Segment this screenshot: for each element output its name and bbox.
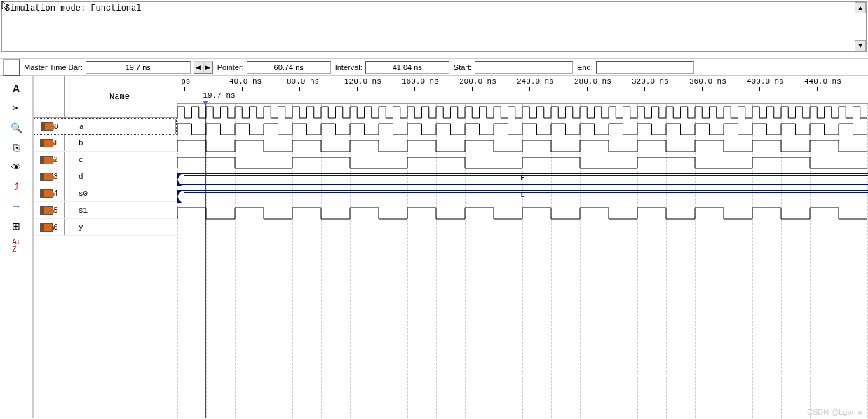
interval-value: 41.04 ns [365,61,449,74]
wave-d[interactable] [177,154,868,171]
message-text: Simulation mode: Functional [2,2,866,15]
master-time-bar-label: Master Time Bar: [24,63,83,72]
ruler-tick: 160.0 ns [402,77,439,86]
end-label: End: [577,63,593,72]
waveform-area[interactable]: 0 ps40.0 ns80.0 ns120.0 ns160.0 ns200.0 … [177,76,868,418]
wave-a[interactable] [177,104,868,121]
start-value [475,61,573,74]
wave-b[interactable] [177,121,868,138]
signal-index: 0 [34,119,65,134]
signal-name: s0 [65,185,175,201]
scroll-down-icon[interactable]: ▼ [855,40,866,51]
wave-s0[interactable]: H [177,171,868,188]
signal-index: 4 [34,185,65,201]
marker-label: 19.7 ns [203,91,235,100]
ruler-tick: 120.0 ns [344,77,381,86]
interval-label: Interval: [335,63,362,72]
watermark: CSDN @Lgeme [807,408,862,416]
ruler-tick: 40.0 ns [229,77,262,86]
signal-row-s0[interactable]: 4s0 [34,185,177,202]
arrow-tool-icon[interactable]: → [8,198,25,215]
master-inc-button[interactable]: ▶ [203,61,213,74]
signal-name: a [65,119,176,134]
find-tool-icon[interactable]: 👁 [8,159,25,175]
signal-index: 5 [34,202,65,218]
pointer-value: 60.74 ns [247,61,331,74]
signals-pane: Name 0a1b2c3d4s05s16y 0 ps40.0 ns80.0 ns… [34,76,868,418]
ruler-tick: 360.0 ns [689,77,726,86]
group-tool-icon[interactable]: ⊞ [8,218,25,234]
scroll-up-icon[interactable]: ▲ [855,2,866,13]
ruler-tick: 0 ps [177,77,190,86]
time-ruler[interactable]: 0 ps40.0 ns80.0 ns120.0 ns160.0 ns200.0 … [177,76,868,104]
wave-y[interactable] [177,205,868,222]
info-bar: Master Time Bar: 19.7 ns ◀ ▶ Pointer: 60… [0,58,868,76]
signal-index: 6 [34,219,65,235]
ruler-tick: 280.0 ns [574,77,611,86]
name-column-header: Name [65,76,175,117]
ruler-tick: 400.0 ns [747,77,784,86]
signal-index: 3 [34,168,65,185]
wave-s1[interactable]: L [177,188,868,205]
ruler-tick: 320.0 ns [632,77,669,86]
signal-row-b[interactable]: 1b [34,135,177,152]
signal-row-y[interactable]: 6y [34,219,177,236]
ruler-tick: 240.0 ns [517,77,554,86]
signal-row-d[interactable]: 3d [34,168,177,185]
index-column-header [34,76,65,117]
signal-row-s1[interactable]: 5s1 [34,202,177,219]
message-panel: Simulation mode: Functional ▲ ▼ [1,1,867,52]
main-area: A ✂ 🔍 ⎘ 👁 ⤴ → ⊞ A↓Z Name 0a1b2c3d4s05s16… [0,76,868,418]
pointer-label: Pointer: [217,63,244,72]
signal-row-a[interactable]: 0a [34,118,177,135]
signal-index: 2 [34,152,65,168]
signal-name: s1 [65,202,175,218]
signal-name: b [65,135,175,151]
master-dec-button[interactable]: ◀ [194,61,203,74]
ruler-tick: 440.0 ns [804,77,841,86]
end-value [596,61,694,74]
signal-name: c [65,152,175,168]
copy-tool-icon[interactable]: ⎘ [8,139,25,156]
signal-name: y [65,219,175,235]
wave-c[interactable] [177,138,868,154]
branch-tool-icon[interactable]: ⤴ [8,178,25,195]
cut-tool-icon[interactable]: ✂ [8,100,25,117]
sort-tool-icon[interactable]: A↓Z [8,237,25,254]
master-time-bar-value[interactable]: 19.7 ns [86,61,191,74]
text-tool-icon[interactable]: A [8,80,25,97]
wave-rows[interactable]: HL [177,104,868,418]
ruler-tick: 200.0 ns [459,77,496,86]
zoom-tool-icon[interactable]: 🔍 [8,119,25,136]
toolbar: A ✂ 🔍 ⎘ 👁 ⤴ → ⊞ A↓Z [0,76,34,418]
signal-index: 1 [34,135,65,151]
pointer-tool-icon[interactable] [3,59,20,76]
signal-row-c[interactable]: 2c [34,152,177,168]
ruler-tick: 80.0 ns [287,77,319,86]
signal-name: d [65,168,175,185]
start-label: Start: [454,63,472,72]
signal-list: Name 0a1b2c3d4s05s16y [34,76,177,418]
